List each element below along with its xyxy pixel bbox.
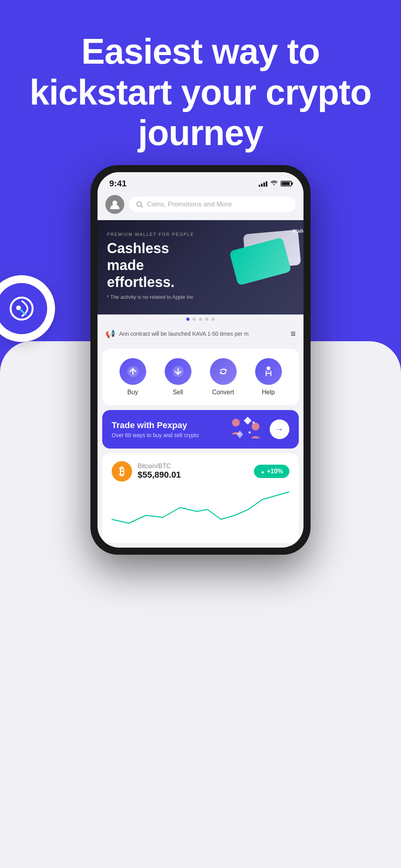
buy-icon xyxy=(120,358,146,385)
sell-label: Sell xyxy=(173,389,183,396)
banner-cards-graphic: Wallet xyxy=(233,228,304,307)
hero-title: Easiest way to kickstart your crypto jou… xyxy=(24,31,377,154)
announcement-bar: 📢 Ann contract will be launched KAVA 1-5… xyxy=(97,324,304,344)
svg-point-8 xyxy=(252,423,259,430)
status-bar: 9:41 xyxy=(97,172,304,192)
trade-text: Trade with Pexpay Over 60 ways to buy an… xyxy=(112,420,199,438)
announcement-icon: 📢 xyxy=(105,329,115,338)
banner-headline: Cashless made effortless. xyxy=(107,240,194,291)
battery-icon xyxy=(281,181,292,186)
trade-arrow-button[interactable]: → xyxy=(270,419,289,439)
coin-row[interactable]: ₿ Bitcoin/BTC $55,890.01 ▲ +10% xyxy=(102,453,299,543)
trade-title: Trade with Pexpay xyxy=(112,420,199,430)
trade-subtitle: Over 60 ways to buy and sell crypto xyxy=(112,432,199,438)
svg-point-12 xyxy=(252,421,255,424)
banner-disclaimer: * The activity is no related to Apple In… xyxy=(107,294,194,300)
dot-4[interactable] xyxy=(205,318,208,321)
signal-icon xyxy=(259,180,267,187)
dot-2[interactable] xyxy=(193,318,196,321)
action-buy[interactable]: Buy xyxy=(120,358,146,396)
dot-1[interactable] xyxy=(186,318,189,321)
svg-marker-9 xyxy=(244,417,252,425)
phone-screen: 9:41 xyxy=(97,172,304,548)
svg-marker-10 xyxy=(237,430,243,438)
phone-wrapper: 9:41 xyxy=(90,165,311,555)
svg-point-6 xyxy=(267,366,270,370)
avatar[interactable] xyxy=(105,195,124,214)
coin-name: Bitcoin/BTC xyxy=(138,463,181,470)
price-chart xyxy=(112,488,289,535)
convert-icon xyxy=(210,358,237,385)
dot-3[interactable] xyxy=(199,318,202,321)
coin-details: Bitcoin/BTC $55,890.01 xyxy=(138,463,181,480)
dot-5[interactable] xyxy=(212,318,215,321)
status-icons xyxy=(259,180,292,187)
arrow-icon: → xyxy=(275,424,284,434)
banner-content: PREMIUM WALLET FOR PEOPLE Cashless made … xyxy=(107,232,194,300)
coin-price: $55,890.01 xyxy=(138,470,181,480)
convert-label: Convert xyxy=(212,389,234,396)
buy-label: Buy xyxy=(127,389,138,396)
wifi-icon xyxy=(270,180,278,187)
status-time: 9:41 xyxy=(109,178,127,189)
search-row: Coins, Promotions and More xyxy=(97,192,304,220)
hero-section: Easiest way to kickstart your crypto jou… xyxy=(0,0,401,177)
search-bar[interactable]: Coins, Promotions and More xyxy=(129,197,296,212)
logo-circle xyxy=(0,275,55,342)
banner-premium-label: PREMIUM WALLET FOR PEOPLE xyxy=(107,232,194,237)
announcement-menu-icon[interactable]: ≡ xyxy=(291,329,296,339)
action-convert[interactable]: Convert xyxy=(210,358,237,396)
price-change-badge: ▲ +10% xyxy=(254,465,289,478)
svg-point-11 xyxy=(248,431,251,434)
logo-inner xyxy=(0,283,47,334)
coin-info: ₿ Bitcoin/BTC $55,890.01 xyxy=(112,461,181,482)
help-label: Help xyxy=(262,389,275,396)
bitcoin-logo: ₿ xyxy=(112,461,132,482)
action-sell[interactable]: Sell xyxy=(165,358,191,396)
search-placeholder: Coins, Promotions and More xyxy=(147,200,232,208)
trade-graphic xyxy=(228,415,267,444)
banner-dots xyxy=(97,314,304,324)
quick-actions: Buy Sell xyxy=(102,349,299,405)
promo-banner[interactable]: PREMIUM WALLET FOR PEOPLE Cashless made … xyxy=(97,220,304,314)
announcement-text: Ann contract will be launched KAVA 1-50 … xyxy=(119,331,287,337)
svg-point-7 xyxy=(232,419,240,427)
action-help[interactable]: Help xyxy=(255,358,282,396)
coin-header: ₿ Bitcoin/BTC $55,890.01 ▲ +10% xyxy=(112,461,289,482)
trade-banner[interactable]: Trade with Pexpay Over 60 ways to buy an… xyxy=(102,410,299,449)
help-icon xyxy=(255,358,282,385)
sell-icon xyxy=(165,358,191,385)
phone-frame: 9:41 xyxy=(90,165,311,555)
